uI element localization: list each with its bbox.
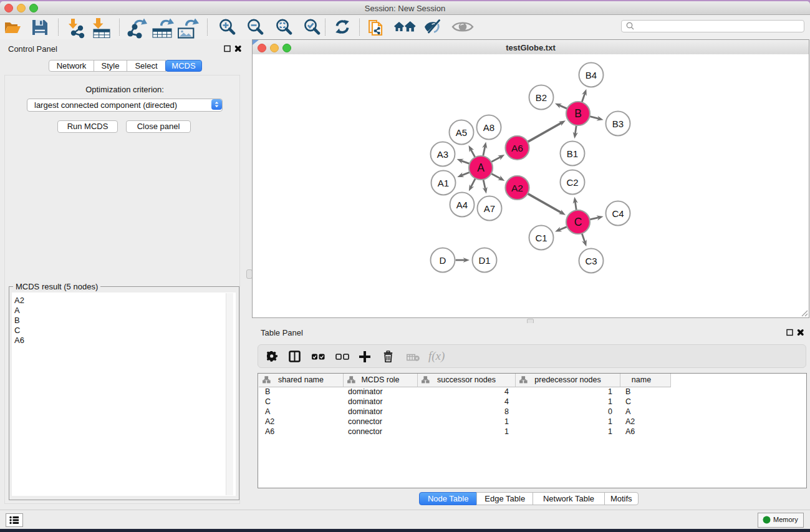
svg-text:A1: A1 (438, 178, 449, 188)
svg-text:B2: B2 (536, 92, 547, 103)
svg-text:C2: C2 (566, 177, 578, 188)
svg-text:A4: A4 (456, 200, 468, 210)
svg-text:B: B (574, 107, 582, 120)
svg-text:C4: C4 (612, 208, 624, 219)
svg-text:A6: A6 (511, 143, 523, 153)
svg-text:C1: C1 (535, 233, 547, 243)
svg-text:D1: D1 (478, 255, 490, 266)
svg-text:C: C (574, 216, 582, 228)
svg-text:B4: B4 (586, 70, 597, 80)
svg-text:A2: A2 (511, 183, 523, 193)
svg-text:A: A (477, 162, 485, 174)
svg-text:A8: A8 (483, 122, 494, 133)
svg-text:D: D (440, 255, 446, 266)
svg-text:A3: A3 (437, 149, 448, 160)
svg-text:A7: A7 (484, 203, 495, 214)
svg-text:B3: B3 (612, 118, 624, 129)
svg-text:B1: B1 (567, 148, 578, 159)
svg-text:C3: C3 (585, 256, 597, 266)
svg-text:A5: A5 (456, 127, 467, 138)
